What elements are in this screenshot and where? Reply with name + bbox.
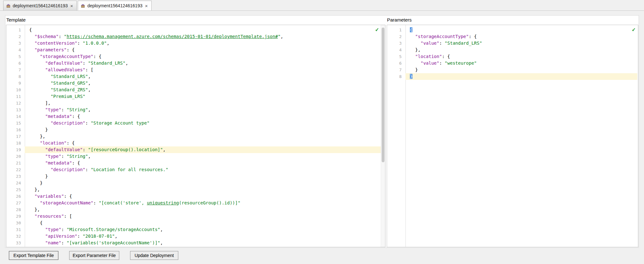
line-number: 6	[6, 60, 25, 67]
code-line[interactable]: 11 "Premium_LRS"	[6, 93, 381, 100]
action-bar: Export Template File Export Parameter Fi…	[0, 248, 644, 264]
code-text: "metadata": {	[25, 113, 381, 120]
tab-label: deployment1564124616193	[87, 3, 142, 8]
code-text: {	[25, 220, 381, 226]
code-line[interactable]: 26 "variables": {	[6, 193, 381, 200]
code-text: "Premium_LRS"	[25, 93, 381, 100]
code-line[interactable]: 32 "apiVersion": "2018-07-01",	[6, 233, 381, 240]
update-deployment-button[interactable]: Update Deployment	[130, 251, 178, 260]
code-line[interactable]: 2 "$schema": "https://schema.management.…	[6, 33, 381, 40]
code-line[interactable]: 13 "type": "String",	[6, 106, 381, 113]
editor-tab-bar: deployment1564124616193 × deployment1564…	[0, 0, 644, 11]
line-number: 3	[387, 40, 405, 47]
code-line[interactable]: 9 "Standard_GRS",	[6, 80, 381, 87]
line-number: 13	[6, 106, 25, 113]
line-number: 16	[6, 126, 25, 133]
code-line[interactable]: 18 "location": {	[6, 140, 381, 146]
code-text: "type": "String",	[25, 106, 381, 113]
line-number: 1	[387, 27, 405, 33]
close-icon[interactable]: ×	[70, 3, 74, 8]
line-number: 29	[6, 213, 25, 220]
code-text: "Standard_GRS",	[25, 80, 381, 87]
line-number: 32	[6, 233, 25, 240]
code-text: "location": {	[25, 140, 381, 146]
line-number: 31	[6, 226, 25, 233]
line-number: 22	[6, 166, 25, 173]
vertical-scrollbar[interactable]	[381, 25, 385, 247]
code-line[interactable]: 4 "parameters": {	[6, 47, 381, 53]
code-line[interactable]: 2 "storageAccountType": {	[387, 33, 637, 40]
code-text: "value": "westeurope"	[405, 60, 637, 67]
code-line[interactable]: 1{	[6, 27, 381, 33]
code-text: }	[25, 180, 381, 186]
code-line[interactable]: 12 ],	[6, 100, 381, 106]
code-line[interactable]: 1{	[387, 27, 637, 33]
code-text: "storageAccountType": {	[25, 53, 381, 60]
code-text: "contentVersion": "1.0.0.0",	[25, 40, 381, 47]
code-text: "value": "Standard_LRS"	[405, 40, 637, 47]
parameters-editor[interactable]: 1{2 "storageAccountType": {3 "value": "S…	[387, 25, 638, 247]
code-line[interactable]: 28 },	[6, 206, 381, 213]
code-text: "name": "[variables('storageAccountName'…	[25, 240, 381, 246]
code-line[interactable]: 7 }	[387, 67, 637, 73]
code-text: "location": {	[405, 53, 637, 60]
code-line[interactable]: 14 "metadata": {	[6, 113, 381, 120]
code-text: {	[25, 27, 381, 33]
template-editor[interactable]: 1{2 "$schema": "https://schema.managemen…	[6, 25, 385, 247]
code-line[interactable]: 30 {	[6, 220, 381, 226]
code-line[interactable]: 23 }	[6, 173, 381, 180]
code-line[interactable]: 15 "description": "Storage Account type"	[6, 120, 381, 126]
code-line[interactable]: 4 },	[387, 47, 637, 53]
code-line[interactable]: 31 "type": "Microsoft.Storage/storageAcc…	[6, 226, 381, 233]
line-number: 3	[6, 40, 25, 47]
code-line[interactable]: 24 }	[6, 180, 381, 186]
code-line[interactable]: 17 },	[6, 133, 381, 140]
line-number: 4	[6, 47, 25, 53]
code-line[interactable]: 3 "contentVersion": "1.0.0.0",	[6, 40, 381, 47]
code-line[interactable]: 8}	[387, 73, 637, 80]
code-text: "type": "String",	[25, 153, 381, 160]
scrollbar-thumb[interactable]	[382, 28, 384, 162]
code-line[interactable]: 8 "Standard_LRS",	[6, 73, 381, 80]
export-parameter-file-button[interactable]: Export Parameter File	[69, 251, 119, 260]
code-line[interactable]: 5 "location": {	[387, 53, 637, 60]
line-number: 8	[387, 73, 405, 80]
code-text: "variables": {	[25, 193, 381, 200]
code-line[interactable]: 21 "metadata": {	[6, 160, 381, 166]
code-line[interactable]: 20 "type": "String",	[6, 153, 381, 160]
line-number: 17	[6, 133, 25, 140]
code-text: "apiVersion": "2018-07-01",	[25, 233, 381, 240]
code-line[interactable]: 25 },	[6, 186, 381, 193]
close-icon[interactable]: ×	[144, 3, 148, 8]
code-text: },	[25, 206, 381, 213]
line-number: 5	[387, 53, 405, 60]
code-line[interactable]: 29 "resources": [	[6, 213, 381, 220]
code-line[interactable]: 33 "name": "[variables('storageAccountNa…	[6, 240, 381, 246]
code-text: }	[405, 67, 637, 73]
code-line[interactable]: 16 }	[6, 126, 381, 133]
code-text: },	[25, 186, 381, 193]
code-line[interactable]: 7 "allowedValues": [	[6, 67, 381, 73]
code-line[interactable]: 3 "value": "Standard_LRS"	[387, 40, 637, 47]
tab-label: deployment1564124616193	[13, 3, 68, 8]
code-line[interactable]: 5 "storageAccountType": {	[6, 53, 381, 60]
code-line[interactable]: 22 "description": "Location for all reso…	[6, 166, 381, 173]
line-number: 11	[6, 93, 25, 100]
code-text: "defaultValue": "[resourceGroup().locati…	[25, 146, 381, 153]
matched-brace: {	[410, 27, 412, 32]
code-line[interactable]: 19 "defaultValue": "[resourceGroup().loc…	[6, 146, 381, 153]
deployment-icon	[81, 3, 85, 8]
line-number: 7	[6, 67, 25, 73]
code-line[interactable]: 6 "defaultValue": "Standard_LRS",	[6, 60, 381, 67]
code-text: "Standard_ZRS",	[25, 87, 381, 93]
tab-deployment-2[interactable]: deployment1564124616193 ×	[78, 1, 151, 10]
export-template-file-button[interactable]: Export Template File	[9, 251, 58, 260]
code-line[interactable]: 10 "Standard_ZRS",	[6, 87, 381, 93]
code-line[interactable]: 6 "value": "westeurope"	[387, 60, 637, 67]
code-line[interactable]: 27 "storageAccountName": "[concat('store…	[6, 200, 381, 206]
tab-deployment-1[interactable]: deployment1564124616193 ×	[3, 1, 77, 10]
code-text: "description": "Location for all resourc…	[25, 166, 381, 173]
code-text: "defaultValue": "Standard_LRS",	[25, 60, 381, 67]
inspection-ok-icon: ✔	[375, 26, 379, 33]
schema-url-link[interactable]: https://schema.management.azure.com/sche…	[67, 34, 278, 39]
